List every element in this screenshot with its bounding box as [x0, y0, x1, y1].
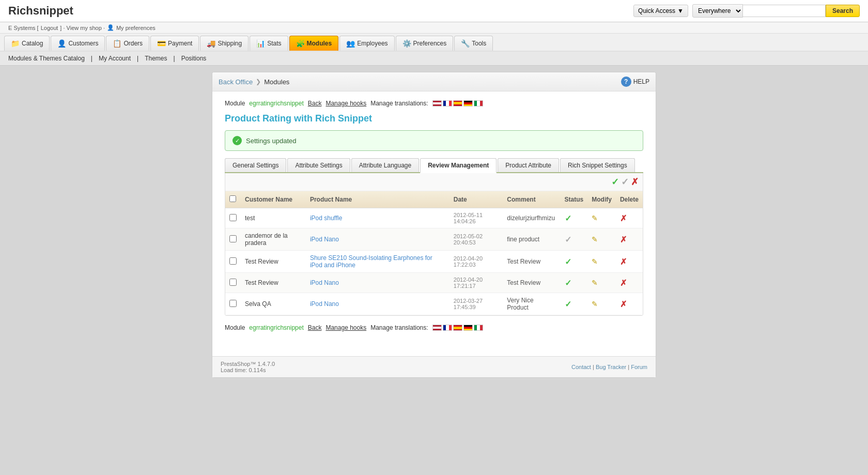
flag-it[interactable] — [474, 100, 483, 106]
col-header-status: Status — [561, 191, 588, 208]
search-scope-select[interactable]: Everywhere — [692, 4, 743, 18]
delete-icon-4[interactable]: ✗ — [620, 300, 627, 309]
tab-rich-snippet-settings[interactable]: Rich Snippet Settings — [560, 158, 635, 172]
quick-access-label: Quick Access — [638, 7, 675, 14]
quick-access-button[interactable]: Quick Access ▼ — [633, 5, 688, 17]
row-modify-2: ✎ — [587, 251, 616, 273]
row-checkbox-4[interactable] — [229, 300, 237, 307]
status-check-icon-2: ✓ — [565, 257, 571, 266]
view-shop-label: ] · View my shop · — [60, 25, 105, 31]
logout-link[interactable]: Logout — [41, 25, 58, 31]
nav-payment[interactable]: 💳Payment — [150, 36, 199, 51]
flag-it-bottom[interactable] — [474, 325, 483, 331]
col-header-date: Date — [450, 191, 503, 208]
row-checkbox-cell — [225, 293, 241, 315]
employees-icon: 👥 — [346, 39, 355, 48]
row-date-0: 2012-05-11 14:04:26 — [450, 208, 503, 228]
delete-icon-0[interactable]: ✗ — [620, 214, 627, 223]
row-status-1: ✓ — [561, 228, 588, 251]
flag-es-bottom[interactable] — [453, 325, 462, 331]
tab-attribute-settings[interactable]: Attribute Settings — [287, 158, 350, 172]
manage-hooks-link-top[interactable]: Manage hooks — [326, 100, 366, 107]
footer-bug-tracker[interactable]: Bug Tracker — [596, 364, 626, 370]
check-all-green-icon[interactable]: ✓ — [611, 176, 619, 188]
tabs: General Settings Attribute Settings Attr… — [225, 158, 643, 173]
flag-de-bottom[interactable] — [463, 325, 473, 331]
nav-tools[interactable]: 🔧Tools — [454, 36, 493, 51]
row-date-3: 2012-04-20 17:21:17 — [450, 273, 503, 293]
modify-icon-3[interactable]: ✎ — [592, 279, 598, 287]
module-name: egrratingrichsnippet — [249, 100, 303, 107]
nav-shipping[interactable]: 🚚Shipping — [200, 36, 249, 51]
flag-us-bottom[interactable] — [432, 325, 442, 331]
success-message-text: Settings updated — [246, 137, 297, 145]
nav: 📁Catalog 👤Customers 📋Orders 💳Payment 🚚Sh… — [0, 34, 868, 52]
back-link-bottom[interactable]: Back — [308, 324, 322, 331]
delete-icon-1[interactable]: ✗ — [620, 235, 627, 244]
search-button[interactable]: Search — [826, 5, 860, 17]
row-date-4: 2012-03-27 17:45:39 — [450, 293, 503, 315]
tab-review-management[interactable]: Review Management — [420, 158, 497, 173]
breadcrumb-separator: ❯ — [256, 78, 261, 85]
nav-catalog[interactable]: 📁Catalog — [4, 36, 50, 51]
subnav-my-account[interactable]: My Account — [99, 55, 131, 62]
nav-preferences[interactable]: ⚙️Preferences — [396, 36, 454, 51]
row-checkbox-2[interactable] — [229, 257, 237, 265]
modify-icon-2[interactable]: ✎ — [592, 257, 598, 266]
delete-icon-2[interactable]: ✗ — [620, 257, 627, 266]
row-comment-0: dizelurjziurfhmizu — [503, 208, 560, 228]
flag-fr-bottom[interactable] — [443, 325, 452, 331]
search-input[interactable] — [743, 5, 826, 17]
row-checkbox-3[interactable] — [229, 279, 237, 286]
row-status-3: ✓ — [561, 273, 588, 293]
flag-fr[interactable] — [443, 100, 452, 106]
row-modify-1: ✎ — [587, 228, 616, 251]
tab-attribute-language[interactable]: Attribute Language — [351, 158, 419, 172]
module-label: Module — [225, 100, 245, 107]
flag-es[interactable] — [453, 100, 462, 106]
row-modify-0: ✎ — [587, 208, 616, 228]
table-row: candemor de la pradera iPod Nano 2012-05… — [225, 228, 643, 251]
flag-us[interactable] — [432, 100, 442, 106]
modify-icon-0[interactable]: ✎ — [592, 214, 598, 222]
row-product-1: iPod Nano — [306, 228, 450, 251]
row-product-0: iPod shuffle — [306, 208, 450, 228]
nav-employees[interactable]: 👥Employees — [339, 36, 394, 51]
col-header-product: Product Name — [306, 191, 450, 208]
modify-icon-4[interactable]: ✎ — [592, 300, 598, 308]
breadcrumb-back-office[interactable]: Back Office — [219, 78, 253, 86]
delete-icon-3[interactable]: ✗ — [620, 279, 627, 287]
check-all-gray-icon[interactable]: ✓ — [621, 176, 629, 188]
subnav-modules-catalog[interactable]: Modules & Themes Catalog — [8, 55, 85, 62]
modify-icon-1[interactable]: ✎ — [592, 235, 598, 243]
row-customer-1: candemor de la pradera — [241, 228, 306, 251]
subnav-positions[interactable]: Positions — [181, 55, 207, 62]
row-comment-1: fine product — [503, 228, 560, 251]
flags-top — [432, 100, 483, 106]
footer-forum[interactable]: Forum — [631, 364, 647, 370]
tab-product-attribute[interactable]: Product Attribute — [498, 158, 559, 172]
flag-de[interactable] — [463, 100, 473, 106]
my-preferences-link[interactable]: My preferences — [116, 25, 156, 31]
row-checkbox-1[interactable] — [229, 235, 237, 242]
table-row: Selva QA iPod Nano 2012-03-27 17:45:39 V… — [225, 293, 643, 315]
row-delete-4: ✗ — [616, 293, 643, 315]
footer-contact[interactable]: Contact — [571, 364, 591, 370]
nav-orders[interactable]: 📋Orders — [106, 36, 149, 51]
manage-hooks-link-bottom[interactable]: Manage hooks — [326, 324, 366, 331]
nav-modules[interactable]: 🧩Modules — [289, 36, 339, 51]
back-link-top[interactable]: Back — [308, 100, 322, 107]
select-all-checkbox[interactable] — [229, 195, 236, 202]
nav-customers[interactable]: 👤Customers — [51, 36, 105, 51]
subheader: E Systems [ Logout ] · View my shop · 👤 … — [0, 22, 868, 34]
subnav-themes[interactable]: Themes — [145, 55, 167, 62]
user-icon: 👤 — [107, 24, 114, 31]
tab-general-settings[interactable]: General Settings — [225, 158, 286, 172]
delete-all-icon[interactable]: ✗ — [631, 176, 639, 188]
row-checkbox-0[interactable] — [229, 214, 237, 221]
main-panel: Back Office ❯ Modules ? HELP Module egrr… — [212, 72, 656, 378]
nav-stats[interactable]: 📊Stats — [250, 36, 288, 51]
row-product-2: Shure SE210 Sound-Isolating Earphones fo… — [306, 251, 450, 273]
row-customer-4: Selva QA — [241, 293, 306, 315]
breadcrumb-help-button[interactable]: ? HELP — [621, 76, 649, 87]
